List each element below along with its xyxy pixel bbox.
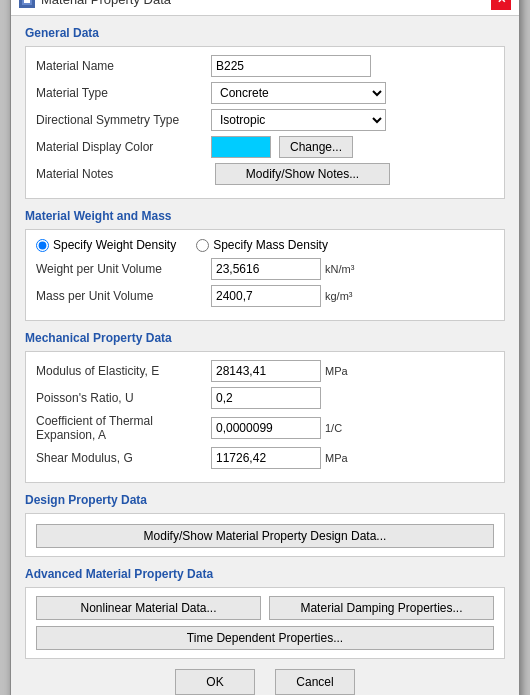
modify-design-data-button[interactable]: Modify/Show Material Property Design Dat… [36, 524, 494, 548]
mass-unit-volume-row: Mass per Unit Volume kg/m³ [36, 285, 494, 307]
dialog-title: Material Property Data [41, 0, 171, 7]
weight-mass-section: Material Weight and Mass Specify Weight … [25, 209, 505, 321]
general-data-section: General Data Material Name Material Type… [25, 26, 505, 199]
thermal-expansion-input-group: 1/C [211, 417, 342, 439]
material-color-label: Material Display Color [36, 140, 211, 154]
modulus-elasticity-input[interactable] [211, 360, 321, 382]
material-color-row: Material Display Color Change... [36, 136, 494, 158]
weight-unit-volume-row: Weight per Unit Volume kN/m³ [36, 258, 494, 280]
color-swatch[interactable] [211, 136, 271, 158]
specify-weight-density-label: Specify Weight Density [53, 238, 176, 252]
close-button[interactable]: ✕ [491, 0, 511, 10]
poissons-ratio-input-group [211, 387, 325, 409]
advanced-material-box: Nonlinear Material Data... Material Damp… [25, 587, 505, 659]
advanced-material-title: Advanced Material Property Data [25, 567, 505, 581]
advanced-material-section: Advanced Material Property Data Nonlinea… [25, 567, 505, 659]
material-type-label: Material Type [36, 86, 211, 100]
thermal-expansion-input[interactable] [211, 417, 321, 439]
shear-modulus-input-group: MPa [211, 447, 348, 469]
specify-weight-density-radio[interactable]: Specify Weight Density [36, 238, 176, 252]
time-dependent-button[interactable]: Time Dependent Properties... [36, 626, 494, 650]
density-radio-group: Specify Weight Density Specify Mass Dens… [36, 238, 494, 252]
modulus-elasticity-input-group: MPa [211, 360, 348, 382]
material-name-input[interactable] [211, 55, 371, 77]
material-notes-row: Material Notes Modify/Show Notes... [36, 163, 494, 185]
weight-unit-volume-label: Weight per Unit Volume [36, 262, 211, 276]
material-notes-label: Material Notes [36, 167, 211, 181]
app-icon [19, 0, 35, 8]
dialog-material-property: Material Property Data ✕ General Data Ma… [10, 0, 520, 695]
weight-unit-volume-input-group: kN/m³ [211, 258, 354, 280]
modulus-elasticity-row: Modulus of Elasticity, E MPa [36, 360, 494, 382]
mechanical-data-section: Mechanical Property Data Modulus of Elas… [25, 331, 505, 483]
directional-symmetry-label: Directional Symmetry Type [36, 113, 211, 127]
directional-symmetry-select[interactable]: Isotropic Orthotropic Anisotropic [211, 109, 386, 131]
mass-unit-label: kg/m³ [325, 290, 353, 302]
material-name-label: Material Name [36, 59, 211, 73]
thermal-expansion-row: Coefficient of Thermal Expansion, A 1/C [36, 414, 494, 442]
ok-cancel-row: OK Cancel [25, 669, 505, 695]
mass-unit-volume-input-group: kg/m³ [211, 285, 353, 307]
material-type-row: Material Type Concrete Steel Aluminum Ot… [36, 82, 494, 104]
design-property-section: Design Property Data Modify/Show Materia… [25, 493, 505, 557]
title-bar: Material Property Data ✕ [11, 0, 519, 16]
change-color-button[interactable]: Change... [279, 136, 353, 158]
directional-symmetry-row: Directional Symmetry Type Isotropic Orth… [36, 109, 494, 131]
poissons-ratio-row: Poisson's Ratio, U [36, 387, 494, 409]
thermal-expansion-unit: 1/C [325, 422, 342, 434]
svg-rect-2 [24, 0, 30, 3]
general-data-box: Material Name Material Type Concrete Ste… [25, 46, 505, 199]
nonlinear-material-button[interactable]: Nonlinear Material Data... [36, 596, 261, 620]
mass-unit-volume-label: Mass per Unit Volume [36, 289, 211, 303]
advanced-buttons-row1: Nonlinear Material Data... Material Damp… [36, 596, 494, 620]
material-name-row: Material Name [36, 55, 494, 77]
weight-unit-label: kN/m³ [325, 263, 354, 275]
material-damping-button[interactable]: Material Damping Properties... [269, 596, 494, 620]
thermal-expansion-label: Coefficient of Thermal Expansion, A [36, 414, 211, 442]
modulus-elasticity-unit: MPa [325, 365, 348, 377]
weight-unit-volume-input[interactable] [211, 258, 321, 280]
mass-unit-volume-input[interactable] [211, 285, 321, 307]
title-bar-left: Material Property Data [19, 0, 171, 8]
cancel-button[interactable]: Cancel [275, 669, 355, 695]
specify-mass-density-radio[interactable]: Specify Mass Density [196, 238, 328, 252]
design-property-box: Modify/Show Material Property Design Dat… [25, 513, 505, 557]
modify-notes-button[interactable]: Modify/Show Notes... [215, 163, 390, 185]
ok-button[interactable]: OK [175, 669, 255, 695]
weight-mass-title: Material Weight and Mass [25, 209, 505, 223]
shear-modulus-input[interactable] [211, 447, 321, 469]
material-type-select[interactable]: Concrete Steel Aluminum Other [211, 82, 386, 104]
shear-modulus-unit: MPa [325, 452, 348, 464]
poissons-ratio-label: Poisson's Ratio, U [36, 391, 211, 405]
mechanical-data-box: Modulus of Elasticity, E MPa Poisson's R… [25, 351, 505, 483]
weight-mass-box: Specify Weight Density Specify Mass Dens… [25, 229, 505, 321]
modulus-elasticity-label: Modulus of Elasticity, E [36, 364, 211, 378]
design-property-title: Design Property Data [25, 493, 505, 507]
mechanical-data-title: Mechanical Property Data [25, 331, 505, 345]
dialog-body: General Data Material Name Material Type… [11, 16, 519, 695]
poissons-ratio-input[interactable] [211, 387, 321, 409]
general-data-title: General Data [25, 26, 505, 40]
shear-modulus-label: Shear Modulus, G [36, 451, 211, 465]
specify-mass-density-label: Specify Mass Density [213, 238, 328, 252]
shear-modulus-row: Shear Modulus, G MPa [36, 447, 494, 469]
